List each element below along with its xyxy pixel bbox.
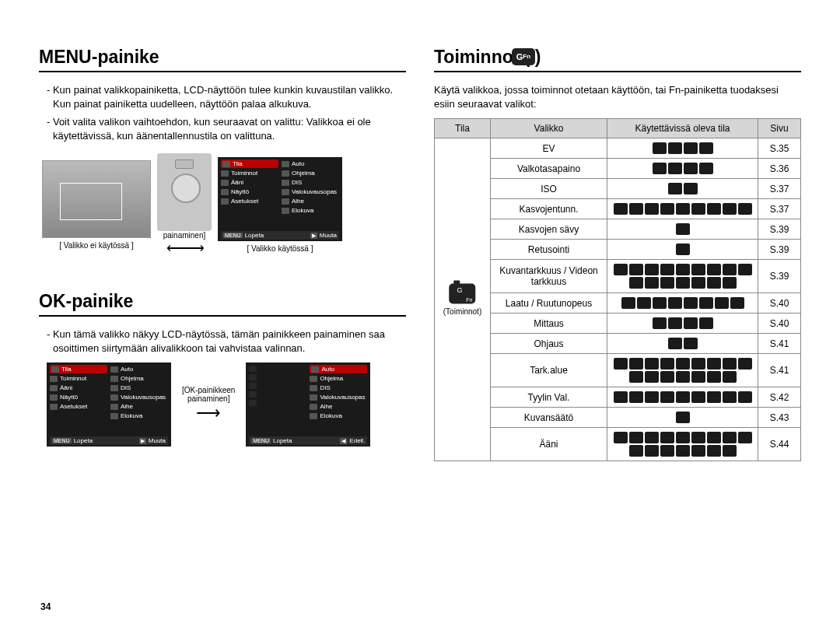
- mode-chip-icon: [645, 391, 659, 403]
- mode-chip-icon: [614, 391, 628, 403]
- m1-l3: Näyttö: [231, 188, 249, 195]
- mode-chip-icon: [653, 317, 667, 329]
- m1-r5: Elokuva: [292, 207, 313, 214]
- mode-chip-icon: [660, 203, 674, 215]
- mode-chip-icon: [707, 445, 721, 457]
- mode-chip-icon: [660, 391, 674, 403]
- menu-cell: Kuvansäätö: [491, 408, 607, 428]
- page-cell: S.39: [758, 219, 801, 240]
- mode-chip-icon: [637, 297, 651, 309]
- avail-cell: [607, 428, 758, 461]
- m1-l4: Asetukset: [231, 198, 258, 205]
- page-cell: S.36: [758, 159, 801, 179]
- foot-right: Muuta: [320, 232, 337, 239]
- mode-chip-icon: [629, 445, 643, 457]
- mode-chip-icon: [676, 358, 690, 370]
- th-menu: Valikko: [491, 119, 607, 138]
- mode-chip-icon: [676, 432, 690, 443]
- menu-cell: Mittaus: [491, 313, 607, 334]
- mode-chip-icon: [691, 391, 705, 403]
- mode-chip-icon: [715, 297, 729, 309]
- mode-chip-icon: [738, 432, 752, 443]
- menu-cell: Ohjaus: [491, 334, 607, 354]
- page-cell: S.37: [758, 179, 801, 199]
- mode-chip-icon: [699, 317, 713, 329]
- mode-chip-icon: [653, 163, 667, 174]
- mode-chip-icon: [723, 371, 737, 383]
- m1-r1: Ohjelma: [292, 170, 315, 177]
- mode-chip-icon: [676, 223, 690, 235]
- m1-r3: Valokuvausopas: [292, 188, 337, 195]
- mode-chip-icon: [738, 391, 752, 403]
- mode-chip-icon: [676, 391, 690, 403]
- mode-chip-icon: [676, 412, 690, 423]
- page-cell: S.41: [758, 334, 801, 354]
- mode-chip-icon: [723, 391, 737, 403]
- photo-preview: [42, 160, 151, 238]
- mode-chip-icon: [723, 203, 737, 215]
- mode-chip-icon: [629, 371, 643, 383]
- mode-chip-icon: [684, 183, 698, 194]
- mode-chip-icon: [676, 371, 690, 383]
- mode-chip-icon: [668, 338, 682, 349]
- avail-cell: [607, 313, 758, 334]
- mode-chip-icon: [629, 264, 643, 275]
- mode-chip-icon: [684, 317, 698, 329]
- m1-l2: Ääni: [231, 179, 243, 186]
- mode-chip-icon: [629, 432, 643, 443]
- mode-chip-icon: [691, 277, 705, 289]
- mode-chip-icon: [614, 203, 628, 215]
- avail-cell: [607, 159, 758, 179]
- fig2-caption: [ Valikko käytössä ]: [218, 244, 342, 253]
- mode-chip-icon: [614, 432, 628, 443]
- mode-chip-icon: [699, 297, 713, 309]
- right-column: Toiminnot ( ) GFn Käytä valikkoa, jossa …: [434, 47, 801, 461]
- mode-chip-icon: [723, 445, 737, 457]
- mode-chip-icon: [645, 445, 659, 457]
- menu-para-1: - Kun painat valikkopainiketta, LCD-näyt…: [39, 83, 406, 110]
- mode-chip-icon: [645, 358, 659, 370]
- ok-figures: Tila Toiminnot Ääni Näyttö Asetukset Aut…: [39, 363, 406, 447]
- mode-chip-icon: [707, 371, 721, 383]
- mode-chip-icon: [676, 445, 690, 457]
- mode-chip-icon: [723, 432, 737, 443]
- m1-r0: Auto: [292, 160, 304, 167]
- mode-chip-icon: [668, 183, 682, 194]
- menu-cell: Kasvojen sävy: [491, 219, 607, 240]
- mode-chip-icon: [621, 297, 635, 309]
- ok-arrow-top: [OK-painikkeen: [182, 386, 235, 394]
- press-arrows: painaminen] ⟵⟶: [157, 153, 212, 257]
- fig1-caption: [ Valikko ei käytössä ]: [42, 241, 151, 250]
- page-cell: S.39: [758, 240, 801, 260]
- mode-chip-icon: [668, 163, 682, 174]
- th-mode: Tila: [435, 119, 491, 138]
- ok-para-1: - Kun tämä valikko näkyy LCD-näytössä, t…: [39, 328, 406, 355]
- menu-cell: ISO: [491, 179, 607, 199]
- mode-chip-icon: [684, 142, 698, 154]
- mode-chip-icon: [645, 203, 659, 215]
- menu-cell: Kuvantarkkuus / Videon tarkkuus: [491, 260, 607, 293]
- fn-icon: GFn: [512, 48, 535, 65]
- mode-chip-icon: [668, 142, 682, 154]
- mode-chip-icon: [660, 371, 674, 383]
- foot-left: Lopeta: [245, 232, 264, 239]
- mode-chip-icon: [707, 203, 721, 215]
- mode-chip-icon: [614, 358, 628, 370]
- menu-cell: Ääni: [491, 428, 607, 461]
- avail-cell: [607, 354, 758, 387]
- avail-cell: [607, 219, 758, 240]
- page-cell: S.37: [758, 199, 801, 219]
- avail-cell: [607, 199, 758, 219]
- avail-cell: [607, 293, 758, 313]
- mode-chip-icon: [660, 445, 674, 457]
- mode-chip-icon: [738, 358, 752, 370]
- mode-chip-icon: [691, 203, 705, 215]
- mode-chip-icon: [691, 358, 705, 370]
- mode-chip-icon: [629, 391, 643, 403]
- mode-chip-icon: [684, 338, 698, 349]
- mode-chip-icon: [668, 317, 682, 329]
- mode-chip-icon: [707, 432, 721, 443]
- mode-chip-icon: [723, 277, 737, 289]
- menu-button-heading: MENU-painike: [39, 47, 406, 72]
- avail-cell: [607, 334, 758, 354]
